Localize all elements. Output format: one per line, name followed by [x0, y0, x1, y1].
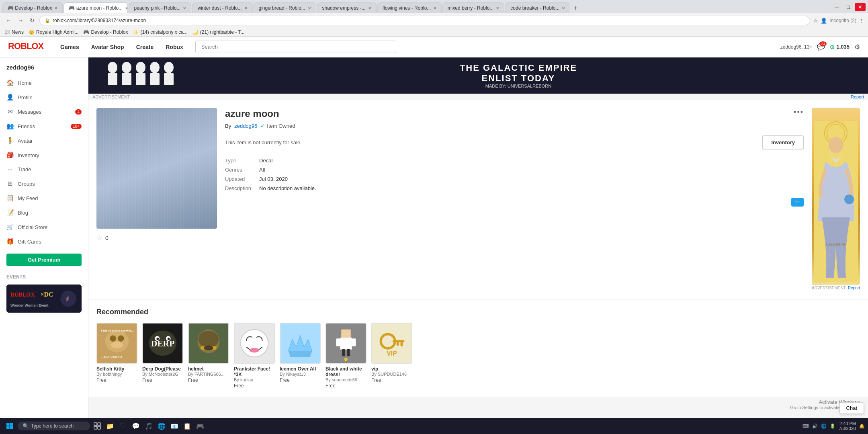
- taskbar-app-1[interactable]: 🛡: [117, 420, 129, 427]
- rec-item-derp-dog[interactable]: DERP Derp Dog(Please By McNoobster2G Fre…: [142, 323, 183, 389]
- tab-close[interactable]: ✕: [496, 6, 499, 10]
- get-premium-button[interactable]: Get Premium: [6, 254, 82, 266]
- tab-close[interactable]: ✕: [433, 6, 436, 10]
- sidebar-item-inventory[interactable]: 🎒 Inventory: [0, 148, 88, 162]
- file-explorer-button[interactable]: 📁: [104, 420, 116, 427]
- ad-sidebar-report[interactable]: Report: [848, 286, 860, 290]
- ad-report-link[interactable]: Report: [851, 94, 864, 99]
- rec-item-black-white-dress[interactable]: 😐 Black and white dress! By supercutie66…: [326, 323, 366, 389]
- tab-close[interactable]: ✕: [368, 6, 371, 10]
- rec-item-vip[interactable]: VIP vip By SUPDUDE146 Free: [371, 323, 412, 389]
- bookmark-develop[interactable]: 🎮 Develop - Roblox: [83, 29, 128, 35]
- svg-point-10: [122, 62, 131, 73]
- sidebar-item-groups[interactable]: ⊞ Groups: [0, 176, 88, 191]
- tab-shadow-empress[interactable]: shadow empress -... ✕: [317, 2, 377, 13]
- rec-by: By kaelaa: [234, 377, 275, 382]
- bookmark-royale[interactable]: 👑 Royale High Admi...: [29, 29, 78, 35]
- star-icon[interactable]: ☆: [96, 233, 103, 242]
- ad-sidebar-svg: Creepysins: [814, 121, 858, 282]
- user-icon-button[interactable]: 👤: [821, 18, 827, 24]
- tab-gingerbread[interactable]: gingerbread - Roblo... ✕: [254, 2, 316, 13]
- taskbar-app-2[interactable]: 💬: [130, 420, 141, 427]
- more-options-button[interactable]: •••: [794, 108, 804, 117]
- type-value: Decal: [259, 158, 804, 164]
- messages-button[interactable]: 💬 24: [817, 43, 825, 51]
- taskbar-app-5[interactable]: 📧: [169, 420, 180, 427]
- rec-item-icemen[interactable]: Icemen Over All By Nikayat13 Free: [280, 323, 321, 389]
- bookmark-cristalpony[interactable]: ✨ (14) cristalpony x ca...: [133, 29, 187, 35]
- sidebar-item-messages[interactable]: ✉ Messages 4: [0, 104, 88, 119]
- tab-close[interactable]: ✕: [244, 6, 248, 10]
- close-button[interactable]: ✕: [855, 3, 866, 11]
- rec-price: Free: [96, 377, 137, 383]
- tab-close[interactable]: ✕: [183, 6, 186, 10]
- bookmark-favicon: ✨: [133, 29, 139, 35]
- tab-winter-dust[interactable]: winter dust - Roblo... ✕: [192, 2, 252, 13]
- nav-create[interactable]: Create: [136, 44, 154, 50]
- sidebar-item-trade[interactable]: ↔ Trade: [0, 162, 88, 176]
- roblox-logo[interactable]: ROBLOX: [8, 40, 48, 54]
- taskbar-app-7[interactable]: 🎮: [194, 420, 206, 427]
- tab-peachy-pink[interactable]: peachy pink - Roblo... ✕: [129, 2, 191, 13]
- item-by-user[interactable]: zeddog96: [234, 123, 257, 129]
- bookmark-label: (21) nightbarbie - T...: [200, 29, 245, 35]
- nav-robux[interactable]: Robux: [166, 44, 183, 50]
- rec-item-helmet[interactable]: helmet By FARTING666... Free: [188, 323, 229, 389]
- sidebar-item-profile[interactable]: 👤 Profile: [0, 90, 88, 104]
- tab-code-breaker[interactable]: code breaker - Roblo... ✕: [505, 2, 569, 13]
- minimize-button[interactable]: ─: [831, 3, 841, 11]
- star-bookmark-button[interactable]: ☆: [813, 18, 818, 24]
- tab-close[interactable]: ✕: [54, 6, 57, 10]
- url-box[interactable]: 🔒 roblox.com/library/5280933174/azure-mo…: [39, 16, 810, 25]
- maximize-button[interactable]: □: [843, 3, 853, 11]
- tab-develop[interactable]: 🎮 Develop - Roblox ✕: [2, 2, 63, 13]
- tab-mixed-berry[interactable]: mixed berry - Roblo... ✕: [442, 2, 505, 13]
- back-button[interactable]: ←: [4, 16, 13, 25]
- nav-avatar-shop[interactable]: Avatar Shop: [91, 44, 124, 50]
- settings-button[interactable]: ⚙: [854, 43, 860, 51]
- taskbar-search-box[interactable]: 🔍 Type here to search: [18, 422, 90, 427]
- taskbar-app-6[interactable]: 📋: [182, 420, 193, 427]
- ad-sidebar-label: ADVERTISEMENT: [812, 286, 846, 290]
- rec-item-prankster[interactable]: Prankster Face! *3K By kaelaa Free: [234, 323, 275, 389]
- inventory-button[interactable]: Inventory: [762, 135, 804, 149]
- taskbar-app-3[interactable]: 🎵: [143, 420, 154, 427]
- tab-azure-moon[interactable]: 🎮 azure moon - Roblo... ✕: [63, 2, 128, 13]
- task-view-button[interactable]: [92, 420, 103, 427]
- sidebar-item-home[interactable]: 🏠 Home: [0, 76, 88, 90]
- refresh-button[interactable]: ↻: [28, 16, 36, 25]
- tab-favicon: 🎮: [8, 5, 14, 11]
- tab-flowing-vines[interactable]: flowing vines - Roblo... ✕: [377, 2, 442, 13]
- sidebar-item-myfeed[interactable]: 📋 My Feed: [0, 191, 88, 205]
- item-by: By zeddog96 ✓ Item Owned: [225, 123, 804, 129]
- twitter-share-button[interactable]: 🐦: [791, 198, 804, 207]
- chat-button[interactable]: Chat: [839, 402, 864, 414]
- notification-icon[interactable]: 🔔: [859, 424, 865, 428]
- search-input[interactable]: [195, 41, 396, 53]
- sidebar-item-gift-cards[interactable]: 🎁 Gift Cards: [0, 234, 88, 249]
- new-tab-button[interactable]: +: [570, 3, 580, 13]
- sidebar-item-avatar[interactable]: 🧍 Avatar: [0, 133, 88, 148]
- tab-close[interactable]: ✕: [125, 6, 128, 10]
- bookmark-nightbarbie[interactable]: 🌙 (21) nightbarbie - T...: [192, 29, 245, 35]
- tab-close[interactable]: ✕: [308, 6, 311, 10]
- sidebar-item-blog[interactable]: 📝 Blog: [0, 205, 88, 220]
- bookmark-news[interactable]: 📰 News: [4, 29, 24, 35]
- taskbar-app-4[interactable]: 🌐: [156, 420, 167, 427]
- svg-text:ROBLOX: ROBLOX: [10, 292, 35, 298]
- friends-icon: 👥: [6, 123, 14, 130]
- rec-item-selfish-kitty[interactable]: I made you a cookie... ...but I eated it…: [96, 323, 137, 389]
- events-banner[interactable]: ROBLOX ×DC Wonder Woman Event 🦸: [6, 285, 82, 313]
- start-button[interactable]: [3, 420, 16, 427]
- svg-point-16: [164, 62, 174, 73]
- menu-button[interactable]: ⋮: [859, 18, 864, 24]
- sidebar-item-friends[interactable]: 👥 Friends 184: [0, 119, 88, 133]
- tab-label: flowing vines - Roblo...: [383, 5, 431, 11]
- nav-games[interactable]: Games: [60, 44, 79, 50]
- type-label: Type: [225, 158, 251, 164]
- tab-close[interactable]: ✕: [562, 6, 565, 10]
- sidebar-item-official-store[interactable]: 🛒 Official Store: [0, 220, 88, 234]
- forward-button[interactable]: →: [16, 16, 25, 25]
- svg-rect-53: [342, 349, 345, 356]
- roblox-logo-svg: ROBLOX: [8, 40, 48, 51]
